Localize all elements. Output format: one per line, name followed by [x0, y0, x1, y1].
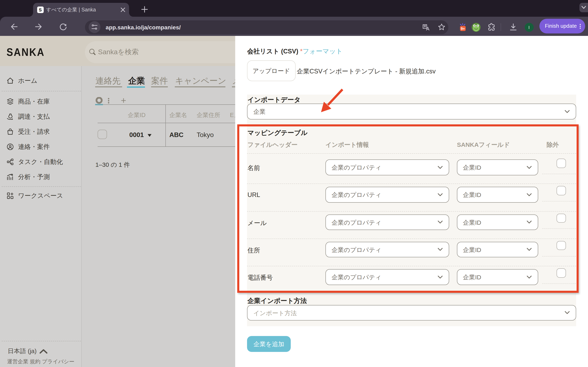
svg-text:9+: 9+	[461, 27, 465, 31]
